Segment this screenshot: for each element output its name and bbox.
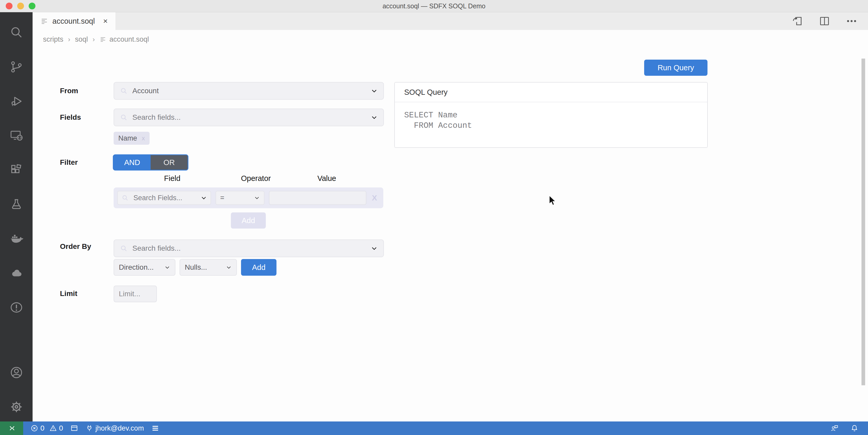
open-preview-icon[interactable] xyxy=(792,15,803,27)
search-icon[interactable] xyxy=(9,25,24,40)
chevron-down-icon xyxy=(371,88,378,94)
breadcrumb-item-scripts[interactable]: scripts xyxy=(43,35,63,43)
accounts-icon[interactable] xyxy=(9,365,24,380)
mouse-cursor xyxy=(547,195,558,207)
settings-gear-icon[interactable] xyxy=(9,400,24,414)
chevron-down-icon xyxy=(226,265,232,270)
editor-actions xyxy=(792,12,868,30)
order-by-label: Order By xyxy=(60,242,91,251)
chevron-down-icon xyxy=(200,195,207,201)
from-select-value: Account xyxy=(132,87,159,95)
search-icon xyxy=(120,244,128,252)
activity-bar xyxy=(0,12,33,422)
errors-icon xyxy=(30,424,38,432)
org-indicator[interactable]: jhork@dev.com xyxy=(86,424,144,432)
filter-operator-value: = xyxy=(220,194,224,202)
feedback-icon[interactable] xyxy=(831,424,839,432)
limit-label: Limit xyxy=(60,290,78,298)
cloud-icon[interactable] xyxy=(9,266,24,280)
error-count: 0 xyxy=(40,424,44,432)
plug-icon xyxy=(86,424,93,432)
column-header-field: Field xyxy=(164,174,181,183)
menu-icon[interactable] xyxy=(151,424,159,432)
problems-indicator[interactable]: 0 0 xyxy=(30,424,63,432)
chevron-down-icon xyxy=(371,245,378,252)
soql-line: SELECT Name xyxy=(404,110,698,121)
filter-operator-select[interactable]: = xyxy=(216,191,265,205)
filter-value-input[interactable] xyxy=(269,191,366,205)
panel-icon[interactable] xyxy=(70,424,78,432)
run-query-button[interactable]: Run Query xyxy=(644,60,708,76)
notifications-bell-icon[interactable] xyxy=(850,424,859,432)
search-icon xyxy=(121,194,129,201)
filter-label: Filter xyxy=(60,158,78,167)
from-label: From xyxy=(60,87,78,95)
nulls-placeholder: Nulls... xyxy=(185,263,207,271)
chevron-down-icon xyxy=(371,114,378,121)
order-by-select[interactable]: Search fields... xyxy=(114,239,384,257)
tab-close-icon[interactable]: × xyxy=(103,17,108,25)
filter-field-placeholder: Search Fields... xyxy=(133,194,182,202)
limit-input[interactable] xyxy=(114,286,157,302)
extensions-icon[interactable] xyxy=(9,163,24,177)
breadcrumb: scripts › soql › account.soql xyxy=(33,30,868,49)
and-toggle-button[interactable]: AND xyxy=(114,155,151,170)
breadcrumb-separator: › xyxy=(67,35,71,43)
docker-icon[interactable] xyxy=(9,231,24,246)
fields-select-placeholder: Search fields... xyxy=(132,113,181,122)
warnings-icon xyxy=(49,424,57,432)
filter-add-button[interactable]: Add xyxy=(231,212,266,229)
titlebar: account.soql — SDFX SOQL Demo xyxy=(0,0,868,12)
column-header-operator: Operator xyxy=(241,174,271,183)
direction-select[interactable]: Direction... xyxy=(114,259,175,276)
chevron-down-icon xyxy=(164,265,170,270)
search-icon xyxy=(120,113,128,121)
breadcrumb-item-file[interactable]: account.soql xyxy=(99,35,149,43)
filter-row: Search Fields... = X xyxy=(114,188,383,208)
window-title: account.soql — SDFX SOQL Demo xyxy=(0,2,868,10)
tab-label: account.soql xyxy=(52,17,95,26)
remote-explorer-icon[interactable] xyxy=(9,128,24,143)
order-by-add-button[interactable]: Add xyxy=(241,259,277,276)
soql-query-panel: SOQL Query SELECT Name FROM Account xyxy=(394,82,708,148)
filter-field-select[interactable]: Search Fields... xyxy=(117,191,211,205)
breadcrumb-file-label: account.soql xyxy=(110,35,149,43)
chevron-down-icon xyxy=(254,195,260,201)
soql-builder-content: Run Query From Account Fields Search fie… xyxy=(33,49,868,422)
more-actions-icon[interactable] xyxy=(845,15,858,27)
file-list-icon xyxy=(40,17,48,25)
tab-account-soql[interactable]: account.soql × xyxy=(33,12,116,30)
order-by-placeholder: Search fields... xyxy=(132,244,181,253)
column-header-value: Value xyxy=(317,174,336,183)
source-control-icon[interactable] xyxy=(9,60,24,74)
nulls-select[interactable]: Nulls... xyxy=(180,259,237,276)
and-or-toggle: AND OR xyxy=(113,155,188,170)
fields-select[interactable]: Search fields... xyxy=(114,108,384,126)
testing-beaker-icon[interactable] xyxy=(9,197,24,212)
file-list-icon xyxy=(99,36,106,43)
remove-filter-icon[interactable]: X xyxy=(372,193,377,202)
breadcrumb-item-soql[interactable]: soql xyxy=(75,35,88,43)
org-username: jhork@dev.com xyxy=(95,424,144,432)
warning-count: 0 xyxy=(59,424,63,432)
from-select[interactable]: Account xyxy=(114,82,384,100)
run-debug-icon[interactable] xyxy=(9,94,24,108)
remote-icon xyxy=(7,424,16,432)
remote-indicator[interactable] xyxy=(0,422,23,435)
direction-placeholder: Direction... xyxy=(119,263,154,271)
soql-line: FROM Account xyxy=(404,121,698,131)
search-icon xyxy=(120,87,128,95)
or-toggle-button[interactable]: OR xyxy=(151,155,188,170)
fields-label: Fields xyxy=(60,113,81,122)
tab-bar: account.soql × xyxy=(33,12,868,30)
vscode-window: account.soql — SDFX SOQL Demo xyxy=(0,0,868,435)
breadcrumb-separator: › xyxy=(91,35,96,43)
remove-chip-icon[interactable]: x xyxy=(142,135,145,142)
status-bar: 0 0 jhork@dev.com xyxy=(0,422,868,435)
soql-query-text: SELECT Name FROM Account xyxy=(395,102,707,131)
scrollbar-thumb[interactable] xyxy=(862,59,865,385)
field-chip-name: Name x xyxy=(114,132,150,145)
issue-reporter-icon[interactable] xyxy=(9,300,24,315)
field-chip-label: Name xyxy=(118,134,137,142)
split-editor-icon[interactable] xyxy=(818,15,831,27)
